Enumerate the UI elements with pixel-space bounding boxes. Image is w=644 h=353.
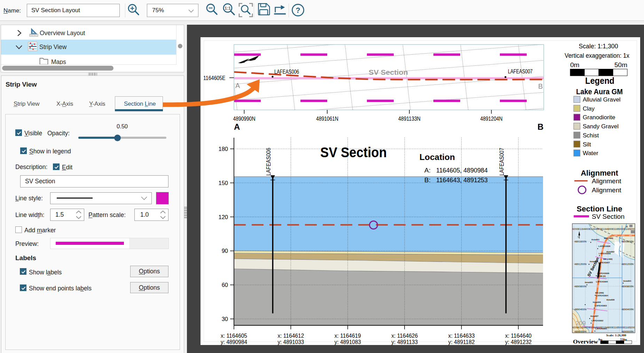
svg-text:1164600E: 1164600E — [591, 227, 603, 231]
svg-text:BB [300]: BB [300] — [595, 292, 604, 294]
svg-text:0m: 0m — [598, 338, 602, 341]
svg-text:Water: Water — [583, 150, 598, 157]
svg-text:BB [0]: BB [0] — [599, 275, 606, 277]
svg-text:A:: A: — [424, 167, 431, 174]
svg-text:A: A — [234, 122, 240, 131]
svg-text:x: 1164619: x: 1164619 — [335, 332, 361, 339]
svg-text:LAFEAS007: LAFEAS007 — [598, 262, 610, 264]
svg-text:1164200E: 1164200E — [568, 326, 580, 329]
svg-text:LAFEAS009: LAFEAS009 — [599, 252, 611, 255]
svg-text:Hole001: Hole001 — [591, 239, 600, 241]
svg-text:BB [-400]: BB [-400] — [603, 258, 612, 260]
svg-text:60: 60 — [222, 282, 228, 288]
svg-text:1:1: 1:1 — [225, 6, 231, 11]
svg-text:550m: 550m — [620, 338, 627, 341]
svg-text:B:: B: — [424, 176, 431, 184]
svg-text:4890800N: 4890800N — [574, 285, 587, 288]
svg-text:120: 120 — [218, 214, 228, 220]
svg-text:180: 180 — [218, 146, 228, 152]
svg-text:LAFEAS004: LAFEAS004 — [596, 295, 608, 297]
svg-text:SV Section: SV Section — [592, 213, 625, 220]
svg-text:1165000E: 1165000E — [614, 326, 626, 329]
svg-text:LAFEAS006: LAFEAS006 — [597, 272, 610, 274]
svg-text:Overview: Overview — [573, 338, 598, 345]
svg-text:4890990N: 4890990N — [233, 115, 256, 122]
svg-text:Hole007: Hole007 — [590, 315, 599, 317]
svg-text:Hole006: Hole006 — [593, 301, 601, 303]
svg-text:1164800E: 1164800E — [602, 326, 614, 329]
svg-text:BB [-400]: BB [-400] — [604, 237, 613, 239]
svg-text:?: ? — [296, 6, 300, 15]
svg-text:LAFEAS008: LAFEAS008 — [598, 245, 611, 247]
svg-text:1164600E: 1164600E — [591, 326, 603, 329]
svg-text:LAFEAS005: LAFEAS005 — [596, 281, 608, 283]
svg-text:Alluvial Gravel: Alluvial Gravel — [583, 96, 621, 103]
svg-text:B: B — [537, 122, 543, 131]
svg-text:Legend: Legend — [585, 75, 614, 86]
svg-text:Lake Aura GM: Lake Aura GM — [576, 87, 623, 96]
svg-text:Hole003: Hole003 — [590, 260, 598, 263]
svg-text:y: 4891033: y: 4891033 — [277, 339, 304, 345]
svg-text:x: 1164633: x: 1164633 — [448, 332, 475, 339]
svg-text:x: 1164626: x: 1164626 — [391, 332, 418, 339]
svg-text:Alignment: Alignment — [592, 186, 621, 194]
svg-text:1164400E: 1164400E — [580, 227, 591, 231]
svg-text:SV Section: SV Section — [320, 145, 387, 160]
svg-text:LAFEAS007: LAFEAS007 — [508, 69, 533, 74]
svg-text:90: 90 — [222, 248, 228, 254]
svg-text:LAFEAS006: LAFEAS006 — [266, 148, 272, 176]
svg-text:4890800N: 4890800N — [621, 285, 634, 288]
svg-text:4891200N: 4891200N — [621, 263, 634, 266]
svg-text:Hole008: Hole008 — [606, 299, 615, 301]
svg-text:Alignment: Alignment — [581, 169, 618, 177]
svg-text:4891600N: 4891600N — [621, 240, 634, 243]
svg-text:4891133N: 4891133N — [398, 115, 421, 122]
svg-text:N: N — [578, 236, 579, 238]
svg-text:Hole004: Hole004 — [623, 280, 631, 282]
svg-text:x: 1164612: x: 1164612 — [277, 332, 304, 339]
svg-text:150: 150 — [218, 180, 228, 186]
svg-text:x: 1164605: x: 1164605 — [221, 332, 247, 339]
svg-text:1164400E: 1164400E — [580, 326, 591, 329]
svg-text:4891061N: 4891061N — [316, 115, 338, 122]
svg-text:Scale: 1:1,300: Scale: 1:1,300 — [579, 43, 618, 50]
svg-text:4890400N: 4890400N — [621, 308, 634, 311]
svg-text:y: 4891133: y: 4891133 — [391, 339, 418, 345]
svg-text:SV Section: SV Section — [369, 68, 408, 76]
svg-text:4890400N: 4890400N — [574, 308, 587, 311]
svg-text:50m: 50m — [614, 61, 627, 69]
svg-text:1164605, 4890984: 1164605, 4890984 — [436, 167, 488, 174]
svg-text:y: 4891232: y: 4891232 — [505, 339, 532, 345]
svg-text:y: 4891083: y: 4891083 — [335, 339, 361, 345]
svg-text:1164800E: 1164800E — [602, 227, 614, 231]
svg-text:Schist: Schist — [583, 132, 599, 139]
svg-text:x: 1164640: x: 1164640 — [505, 332, 532, 339]
svg-text:4891200N: 4891200N — [574, 263, 587, 266]
svg-text:1164200E: 1164200E — [568, 227, 580, 231]
svg-text:y: 4891182: y: 4891182 — [448, 339, 475, 345]
svg-text:209: 209 — [576, 320, 586, 327]
svg-text:Scale: 1:26,000: Scale: 1:26,000 — [606, 334, 626, 337]
svg-text:4891600N: 4891600N — [574, 240, 587, 243]
svg-text:Granodiorite: Granodiorite — [583, 114, 615, 121]
svg-text:Alignment: Alignment — [592, 177, 621, 185]
svg-text:1165000E: 1165000E — [614, 227, 626, 231]
svg-text:Silt: Silt — [583, 141, 591, 148]
svg-text:Location: Location — [419, 153, 455, 162]
svg-text:B: B — [538, 82, 543, 90]
svg-text:Vertical exaggeration: 1x: Vertical exaggeration: 1x — [565, 52, 629, 59]
svg-text:0m: 0m — [570, 61, 579, 69]
svg-text:30: 30 — [222, 316, 228, 322]
svg-text:LAFEAS002: LAFEAS002 — [591, 320, 604, 322]
svg-text:Hole005: Hole005 — [585, 281, 593, 283]
svg-text:y: 4890984: y: 4890984 — [221, 339, 247, 345]
svg-text:Clay: Clay — [583, 105, 595, 112]
svg-text:Sandy Gravel: Sandy Gravel — [583, 123, 619, 130]
svg-text:LAFEAS003: LAFEAS003 — [595, 305, 607, 307]
svg-text:Section Line: Section Line — [577, 204, 622, 213]
svg-text:4891204N: 4891204N — [480, 115, 503, 122]
svg-text:1164643, 4891253: 1164643, 4891253 — [436, 176, 488, 184]
svg-text:LAFEAS007: LAFEAS007 — [499, 148, 505, 176]
